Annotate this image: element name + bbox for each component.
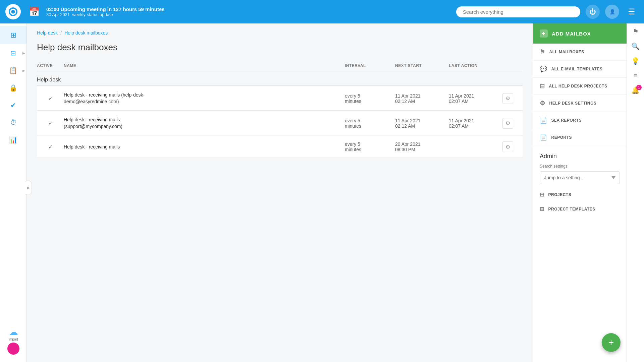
settings-button-1[interactable]: ⚙: [502, 93, 513, 104]
checkmark-icon-3: ✓: [48, 144, 53, 150]
admin-item-project-templates[interactable]: ⊟ PROJECT TEMPLATES: [533, 202, 627, 216]
svg-point-2: [11, 10, 15, 13]
table-row: ✓ Help desk - receiving mails every 5min…: [37, 136, 523, 158]
menu-label-sla-reports: SLA REPORTS: [551, 118, 582, 123]
last-action-2: 11 Apr 202102:07 AM: [449, 118, 502, 129]
hamburger-button[interactable]: ☰: [625, 5, 639, 19]
admin-item-projects[interactable]: ⊟ PROJECTS: [533, 187, 627, 202]
jump-dropdown[interactable]: Jump to a setting...: [540, 171, 620, 184]
add-mailbox-label: ADD MAILBOX: [552, 31, 591, 37]
last-action-1: 11 Apr 202102:07 AM: [449, 93, 502, 104]
search-input[interactable]: [456, 6, 580, 17]
next-start-2: 11 Apr 202102:12 AM: [395, 118, 449, 129]
list-icon: ≡: [634, 72, 637, 79]
breadcrumb: Help desk / Help desk mailboxes: [37, 30, 523, 36]
col-name: NAME: [64, 63, 345, 68]
group-label: Help desk: [37, 71, 523, 86]
main-content: Help desk / Help desk mailboxes Help des…: [27, 23, 627, 362]
next-start-1: 11 Apr 202102:12 AM: [395, 93, 449, 104]
col-active: ACTIVE: [37, 63, 64, 68]
right-mini-sidebar: ⚑ 🔍 💡 ≡ 🔔 1: [627, 23, 644, 362]
import-label: Import: [8, 338, 18, 341]
lock-icon: 🔒: [9, 84, 17, 92]
check-icon: ✔: [10, 101, 16, 109]
meeting-date: 30 Apr 2021 weekly status update: [46, 12, 165, 17]
tasks-icon: 📋: [9, 66, 17, 74]
sidebar-item-tasks[interactable]: 📋 ▶: [0, 62, 26, 79]
right-panel: + ADD MAILBOX ⚑ ALL MAILBOXES 💬 ALL E-MA…: [533, 23, 627, 362]
power-button[interactable]: ⏻: [586, 5, 600, 19]
interval-2: every 5minutes: [345, 118, 395, 129]
flag-menu-icon: ⚑: [540, 48, 545, 56]
flag-button[interactable]: ⚑: [633, 27, 639, 36]
notification-button[interactable]: 🔔 1: [631, 86, 640, 94]
search-settings-label: Search settings: [540, 164, 620, 169]
add-mailbox-button[interactable]: + ADD MAILBOX: [533, 23, 627, 44]
settings-cell-3: ⚙: [502, 141, 523, 152]
checkmark-icon-1: ✓: [48, 95, 53, 102]
project-templates-icon: ⊟: [540, 206, 544, 212]
avatar[interactable]: 👤: [605, 5, 619, 19]
menu-item-reports[interactable]: 📄 REPORTS: [533, 129, 627, 146]
sidebar-item-security[interactable]: 🔒: [0, 79, 26, 97]
menu-item-all-email-templates[interactable]: 💬 ALL E-MAIL TEMPLATES: [533, 61, 627, 78]
menu-label-all-help-desk-projects: ALL HELP DESK PROJECTS: [549, 84, 607, 88]
checkmark-icon-2: ✓: [48, 120, 53, 126]
settings-button-2[interactable]: ⚙: [502, 118, 513, 129]
menu-item-help-desk-settings[interactable]: ⚙ HELP DESK SETTINGS: [533, 95, 627, 112]
next-start-3: 20 Apr 202108:30 PM: [395, 141, 449, 152]
breadcrumb-current: Help desk mailboxes: [64, 30, 108, 36]
bulb-button[interactable]: 💡: [631, 57, 640, 65]
page-title: Help desk mailboxes: [37, 42, 523, 53]
admin-label-project-templates: PROJECT TEMPLATES: [548, 207, 595, 212]
bulb-icon: 💡: [631, 57, 640, 65]
sidebar-item-import[interactable]: ☁ Import: [0, 322, 26, 359]
sidebar-toggle[interactable]: ▶: [25, 181, 32, 194]
interval-1: every 5minutes: [345, 93, 395, 104]
fab-icon: +: [608, 337, 614, 348]
col-next-start: NEXT START: [395, 63, 449, 68]
breadcrumb-parent[interactable]: Help desk: [37, 30, 58, 36]
list-button[interactable]: ≡: [634, 72, 637, 79]
menu-label-help-desk-settings: HELP DESK SETTINGS: [549, 101, 597, 106]
cloud-icon: ☁: [9, 326, 18, 338]
fab-button[interactable]: +: [602, 333, 621, 352]
mailbox-name-3: Help desk - receiving mails: [64, 144, 345, 150]
active-check-2: ✓: [37, 120, 64, 126]
table-row: ✓ Help desk - receiving mails (help-desk…: [37, 86, 523, 111]
calendar-icon: 📅: [29, 7, 40, 17]
search-user-icon: 🔍: [631, 43, 640, 50]
meeting-info: 02:00 Upcoming meeting in 127 hours 59 m…: [46, 6, 165, 17]
settings-cell-1: ⚙: [502, 93, 523, 104]
menu-label-all-email-templates: ALL E-MAIL TEMPLATES: [551, 67, 603, 71]
center-panel: Help desk / Help desk mailboxes Help des…: [27, 23, 533, 362]
top-header: 📅 02:00 Upcoming meeting in 127 hours 59…: [0, 0, 644, 23]
projects-admin-icon: ⊟: [540, 191, 544, 198]
email-templates-icon: 💬: [540, 65, 547, 73]
mailbox-name-2: Help desk - receiving mails(support@myco…: [64, 117, 345, 130]
import-badge[interactable]: [7, 343, 19, 355]
expand-icon: ▶: [22, 51, 25, 55]
menu-item-all-mailboxes[interactable]: ⚑ ALL MAILBOXES: [533, 44, 627, 61]
settings-icon: ⚙: [540, 100, 545, 107]
sidebar-item-checklist[interactable]: ✔: [0, 97, 26, 114]
sla-icon: 📄: [540, 117, 547, 124]
sidebar-item-reports[interactable]: 📊: [0, 131, 26, 148]
projects-icon: ⊟: [10, 49, 16, 57]
active-check-3: ✓: [37, 144, 64, 150]
expand-tasks-icon: ▶: [22, 69, 25, 72]
sidebar-item-dashboard[interactable]: ⊞: [0, 26, 26, 44]
menu-label-reports: REPORTS: [551, 135, 572, 140]
notification-badge: 1: [636, 85, 642, 90]
meeting-time: 02:00 Upcoming meeting in 127 hours 59 m…: [46, 6, 165, 12]
app-logo[interactable]: [5, 4, 21, 19]
sidebar-item-timer[interactable]: ⏱: [0, 114, 26, 131]
settings-button-3[interactable]: ⚙: [502, 141, 513, 152]
mailbox-name-1: Help desk - receiving mails (help-desk-d…: [64, 92, 345, 105]
menu-item-all-help-desk-projects[interactable]: ⊟ ALL HELP DESK PROJECTS: [533, 78, 627, 95]
bar-chart-icon: 📊: [9, 136, 17, 144]
search-user-button[interactable]: 🔍: [631, 42, 640, 50]
menu-item-sla-reports[interactable]: 📄 SLA REPORTS: [533, 112, 627, 129]
sidebar-item-projects[interactable]: ⊟ ▶: [0, 44, 26, 62]
menu-label-all-mailboxes: ALL MAILBOXES: [549, 50, 584, 54]
